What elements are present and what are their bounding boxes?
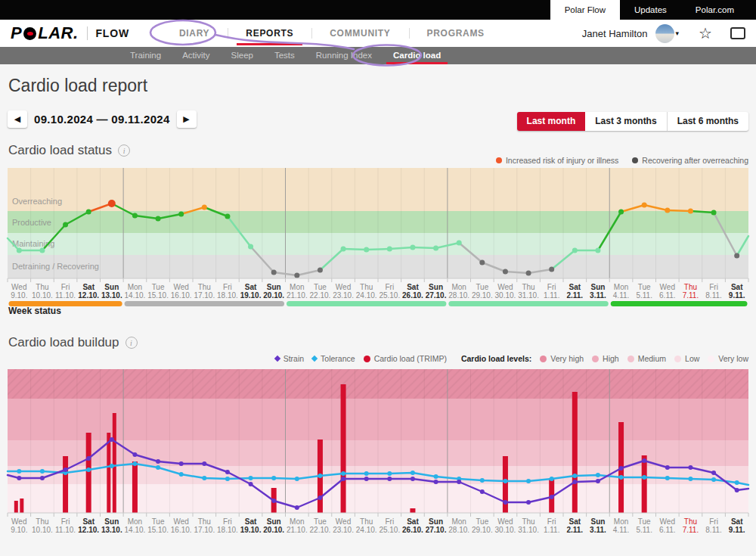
range-button-last-6-months[interactable]: Last 6 months [667,112,748,131]
svg-text:Sat: Sat [731,517,743,526]
svg-text:9.11.: 9.11. [729,291,745,300]
trimp-bar[interactable] [63,456,68,513]
legend-dot-icon [496,157,502,163]
legend-dot-icon [627,356,634,362]
subnav-item-cardio-load[interactable]: Cardio load [383,47,451,64]
menu-item-programs[interactable]: PROGRAMS [409,20,503,47]
svg-text:13.10.: 13.10. [101,526,122,534]
trimp-bar[interactable] [642,455,647,513]
svg-text:31.10.: 31.10. [518,291,539,300]
svg-text:Thu: Thu [522,517,534,526]
strain-dot [225,470,230,474]
legend-item: Strain [275,354,304,363]
svg-text:Mon: Mon [128,283,142,291]
prev-period-button[interactable]: ◀ [8,110,27,128]
svg-text:Thu: Thu [36,517,48,526]
svg-text:21.10.: 21.10. [287,526,308,534]
strain-dot [550,495,554,499]
polar-logo[interactable]: PLAR. [11,23,79,43]
legend-dot-icon [674,356,681,362]
svg-text:Sun: Sun [104,517,119,526]
strain-dot [271,499,276,503]
trimp-bar[interactable] [410,508,415,513]
strain-dot [132,452,137,457]
trimp-bar[interactable] [132,461,138,513]
tolerance-dot [665,476,670,480]
svg-text:2.11.: 2.11. [566,526,583,534]
trimp-bar[interactable] [107,433,110,513]
strain-dot [411,477,415,481]
tolerance-dot [735,480,739,485]
info-icon[interactable]: i [118,144,130,157]
site-tab-polar-flow[interactable]: Polar Flow [550,0,620,20]
menu-item-diary[interactable]: DIARY [161,20,228,47]
logo-divider [87,26,88,40]
site-tab-updates[interactable]: Updates [620,0,681,20]
week-status-segment[interactable] [448,301,608,306]
svg-text:17.10.: 17.10. [194,291,215,300]
subnav-item-running-index[interactable]: Running Index [305,47,383,64]
status-dot [108,200,116,207]
site-tab-polar-com[interactable]: Polar.com [681,0,748,20]
trimp-bar[interactable] [20,499,23,513]
reports-subnav: TrainingActivitySleepTestsRunning IndexC… [0,47,756,64]
svg-text:28.10.: 28.10. [448,526,469,534]
legend-label: Very low [718,354,748,363]
account-area: Janet Hamilton ▾ ☆ [582,24,745,43]
feedback-chat-icon[interactable] [730,27,745,39]
user-name[interactable]: Janet Hamilton [582,28,648,39]
tolerance-dot [341,471,345,476]
svg-text:Tue: Tue [476,517,488,526]
cardio-load-status-chart[interactable]: OverreachingProductiveMaintainingDetrain… [0,168,756,319]
cardio-load-buildup-chart[interactable]: Wed9.10.Thu10.10.Fri11.10.Sat12.10.Sun13… [0,367,756,538]
status-dot [572,248,578,253]
week-status-segment[interactable] [287,301,446,306]
svg-text:6.11.: 6.11. [659,526,676,534]
tolerance-dot [642,475,646,480]
next-period-button[interactable]: ▶ [177,110,197,128]
tolerance-dot [364,471,369,476]
status-dot [711,210,717,216]
strain-dot [202,461,206,466]
range-button-last-3-months[interactable]: Last 3 months [585,112,666,131]
strain-dot [735,488,739,492]
user-avatar[interactable] [655,24,674,43]
svg-text:Wed: Wed [11,283,26,291]
tolerance-dot [40,469,45,474]
legend-dot-icon [364,356,370,362]
status-dot [132,213,138,219]
favorites-star-icon[interactable]: ☆ [699,24,712,42]
svg-text:18.10.: 18.10. [217,291,238,300]
strain-dot [642,458,646,463]
week-status-segment[interactable] [611,301,748,306]
flow-label: FLOW [96,27,129,39]
menu-item-reports[interactable]: REPORTS [228,20,311,47]
menu-item-community[interactable]: COMMUNITY [311,20,408,47]
svg-text:30.10.: 30.10. [495,291,516,300]
subnav-item-activity[interactable]: Activity [172,47,220,64]
range-button-last-month[interactable]: Last month [517,112,586,131]
status-dot [457,241,462,246]
trimp-bar[interactable] [572,392,578,513]
tolerance-dot [132,461,137,466]
trimp-bar[interactable] [113,413,116,513]
svg-text:3.11.: 3.11. [590,526,606,534]
svg-text:Wed: Wed [11,517,26,526]
svg-text:9.11.: 9.11. [729,526,745,534]
subnav-item-tests[interactable]: Tests [264,47,305,64]
svg-text:Fri: Fri [223,517,232,526]
date-range-nav: ◀ 09.10.2024 — 09.11.2024 ▶ [8,110,197,128]
strain-dot [387,477,392,481]
info-icon[interactable]: i [125,337,138,349]
trimp-bar[interactable] [86,433,91,513]
subnav-item-sleep[interactable]: Sleep [221,47,264,64]
status-dot [156,216,161,222]
trimp-bar[interactable] [341,384,346,513]
chevron-down-icon[interactable]: ▾ [676,30,680,37]
status-dot [86,210,91,215]
week-status-segment[interactable] [125,301,284,306]
status-dot [549,267,554,272]
subnav-item-training[interactable]: Training [119,47,172,64]
svg-text:2.11.: 2.11. [566,291,583,300]
trimp-bar[interactable] [14,501,18,513]
